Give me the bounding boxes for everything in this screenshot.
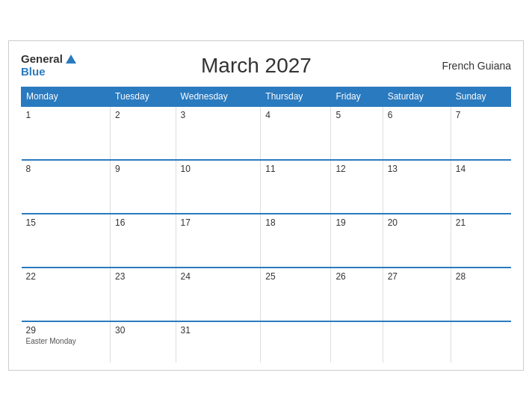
logo: General Blue [21, 53, 76, 78]
day-cell: 18 [261, 214, 331, 268]
day-cell: 15 [22, 214, 111, 268]
day-cell [261, 321, 331, 362]
day-number: 12 [335, 164, 377, 174]
day-number: 7 [456, 110, 507, 120]
day-cell: 30 [111, 321, 176, 362]
day-number: 22 [26, 271, 106, 282]
day-number: 5 [335, 110, 377, 120]
day-number: 14 [456, 164, 507, 174]
day-cell: 8 [22, 160, 111, 214]
day-cell: 2 [111, 106, 176, 160]
day-number: 13 [388, 164, 446, 174]
day-cell [383, 321, 451, 362]
header-wednesday: Wednesday [176, 87, 261, 107]
header-tuesday: Tuesday [111, 87, 176, 107]
day-number: 29 [26, 325, 106, 336]
calendar-title: March 2027 [76, 54, 436, 78]
day-cell: 9 [111, 160, 176, 214]
day-cell: 22 [22, 268, 111, 321]
day-cell: 27 [383, 268, 451, 321]
day-number: 16 [115, 217, 170, 228]
header-saturday: Saturday [383, 87, 451, 107]
day-number: 20 [388, 217, 446, 228]
day-cell: 1 [22, 106, 111, 160]
logo-blue-text: Blue [21, 66, 46, 78]
day-number: 28 [456, 271, 507, 282]
calendar-grid: Monday Tuesday Wednesday Thursday Friday… [21, 87, 511, 362]
day-cell: 12 [331, 160, 383, 214]
day-cell: 25 [261, 268, 331, 321]
header-sunday: Sunday [451, 87, 510, 107]
day-number: 1 [26, 110, 106, 120]
day-number: 2 [115, 110, 170, 120]
day-headers-row: Monday Tuesday Wednesday Thursday Friday… [22, 87, 511, 107]
day-number: 4 [265, 110, 326, 120]
day-number: 18 [265, 217, 326, 228]
header-monday: Monday [22, 87, 111, 107]
logo-triangle-icon [66, 55, 76, 64]
day-cell: 31 [176, 321, 261, 362]
day-cell: 20 [383, 214, 451, 268]
day-number: 23 [115, 271, 170, 282]
day-cell: 23 [111, 268, 176, 321]
day-cell [331, 321, 383, 362]
week-row-1: 1234567 [22, 106, 511, 160]
day-number: 3 [181, 110, 256, 120]
day-cell: 5 [331, 106, 383, 160]
day-number: 11 [265, 164, 326, 174]
day-cell: 28 [451, 268, 510, 321]
day-event-label: Easter Monday [26, 337, 106, 345]
day-number: 8 [26, 164, 106, 174]
calendar-region: French Guiana [436, 60, 511, 72]
day-number: 25 [265, 271, 326, 282]
day-cell: 7 [451, 106, 510, 160]
calendar-body: 1234567891011121314151617181920212223242… [22, 106, 511, 362]
day-number: 15 [26, 217, 106, 228]
day-number: 10 [181, 164, 256, 174]
day-cell: 24 [176, 268, 261, 321]
day-cell: 3 [176, 106, 261, 160]
logo-general-text: General [21, 53, 63, 66]
header-friday: Friday [331, 87, 383, 107]
day-cell: 19 [331, 214, 383, 268]
calendar-container: General Blue March 2027 French Guiana Mo… [8, 40, 524, 371]
day-cell: 26 [331, 268, 383, 321]
day-number: 31 [181, 325, 256, 336]
day-cell: 17 [176, 214, 261, 268]
day-number: 27 [388, 271, 446, 282]
day-cell: 11 [261, 160, 331, 214]
header-thursday: Thursday [261, 87, 331, 107]
day-cell [451, 321, 510, 362]
day-number: 9 [115, 164, 170, 174]
day-number: 17 [181, 217, 256, 228]
week-row-3: 15161718192021 [22, 214, 511, 268]
day-number: 26 [335, 271, 377, 282]
day-cell: 16 [111, 214, 176, 268]
day-number: 21 [456, 217, 507, 228]
day-number: 19 [335, 217, 377, 228]
week-row-2: 891011121314 [22, 160, 511, 214]
day-cell: 6 [383, 106, 451, 160]
day-cell: 14 [451, 160, 510, 214]
day-cell: 21 [451, 214, 510, 268]
day-cell: 29Easter Monday [22, 321, 111, 362]
week-row-4: 22232425262728 [22, 268, 511, 321]
day-number: 30 [115, 325, 170, 336]
day-number: 6 [388, 110, 446, 120]
calendar-header: General Blue March 2027 French Guiana [21, 53, 511, 78]
day-cell: 13 [383, 160, 451, 214]
week-row-5: 29Easter Monday3031 [22, 321, 511, 362]
day-number: 24 [181, 271, 256, 282]
day-cell: 4 [261, 106, 331, 160]
day-cell: 10 [176, 160, 261, 214]
